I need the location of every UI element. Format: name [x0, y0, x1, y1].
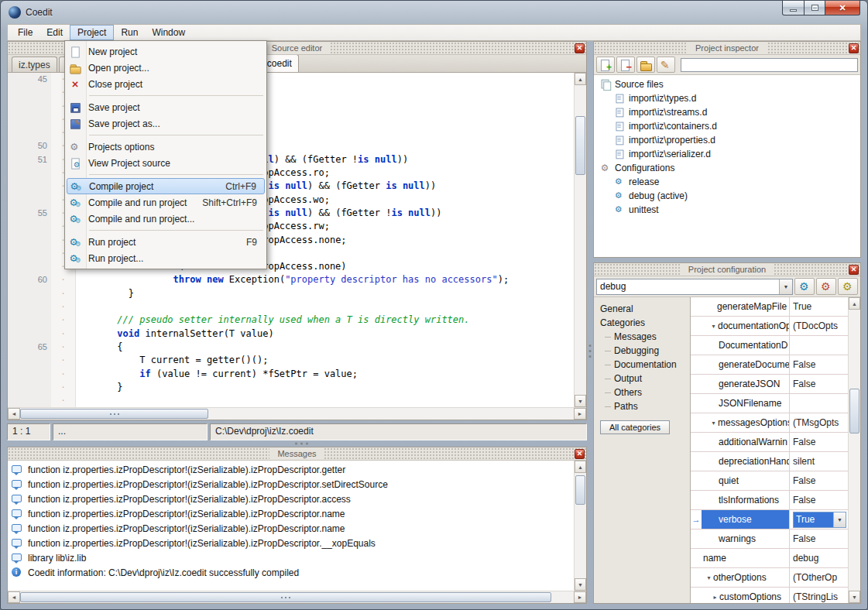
menubar-item-run[interactable]: Run [114, 25, 145, 40]
tree-item-unittest[interactable]: unittest [594, 203, 860, 217]
configuration-select[interactable]: debug ▼ [596, 279, 793, 295]
property-name[interactable]: warnings [702, 529, 790, 548]
menu-item-new-project[interactable]: New project [65, 43, 266, 60]
message-row[interactable]: function iz.properties.izPropDescriptor!… [8, 462, 574, 477]
menu-item-view-project-source[interactable]: View Project source [65, 155, 266, 171]
chevron-down-icon[interactable]: ▼ [779, 279, 792, 294]
tab-iz-types[interactable]: iz.types [12, 57, 57, 72]
property-value[interactable]: (TDocOpts [790, 317, 848, 335]
message-row[interactable]: function iz.properties.izPropDescriptor!… [8, 477, 574, 492]
title-bar[interactable]: Coedit ✕ [1, 1, 867, 24]
editor-vscroll-thumb[interactable] [575, 116, 585, 175]
property-value[interactable] [790, 394, 848, 413]
tree-item-import-iz-streams-d[interactable]: import\iz\streams.d [594, 105, 860, 119]
scroll-left-icon[interactable]: ◄ [8, 408, 20, 420]
category-documentation[interactable]: Documentation [600, 358, 690, 372]
expanded-arrow-icon[interactable]: ▾ [709, 323, 718, 330]
tree-item-import-iz-properties-d[interactable]: import\iz\properties.d [594, 133, 860, 147]
scroll-right-icon[interactable]: ► [574, 591, 586, 603]
messages-close-icon[interactable]: ✕ [575, 449, 585, 459]
property-name[interactable]: ▾otherOptions [702, 568, 790, 587]
editor-vertical-scrollbar[interactable]: ▲ ▼ [574, 73, 586, 407]
property-value[interactable]: silent [790, 452, 848, 471]
config-gear-olive-button[interactable] [838, 278, 858, 295]
property-name[interactable]: depreciationHand [702, 452, 790, 471]
tree-item-import-iz-serializer-d[interactable]: import\iz\serializer.d [594, 147, 860, 161]
messages-hscroll-thumb[interactable] [20, 592, 551, 602]
vertical-splitter[interactable] [587, 41, 593, 604]
category-others[interactable]: Others [600, 386, 690, 399]
horizontal-splitter[interactable] [7, 440, 587, 447]
message-row[interactable]: function iz.properties.izPropDescriptor!… [8, 536, 574, 550]
menu-item-run-project[interactable]: Run projectF9 [65, 234, 266, 250]
menu-item-compile-and-run-project[interactable]: Compile and run project... [65, 211, 266, 227]
edit-button[interactable] [657, 57, 675, 73]
menu-item-open-project[interactable]: Open project... [65, 60, 266, 76]
menu-item-run-project[interactable]: Run project... [65, 250, 266, 266]
property-name[interactable]: ▸customOptions [702, 588, 790, 603]
scroll-up-icon[interactable]: ▲ [575, 73, 586, 85]
property-name[interactable]: DocumentationD [702, 336, 790, 355]
close-button[interactable]: ✕ [825, 1, 860, 15]
project-inspector-close-icon[interactable]: ✕ [849, 43, 859, 53]
category-paths[interactable]: Paths [600, 399, 690, 413]
scroll-down-icon[interactable]: ▼ [575, 395, 586, 407]
property-name[interactable]: generateDocume [702, 355, 790, 374]
message-row[interactable]: function iz.properties.izPropDescriptor!… [8, 521, 574, 536]
property-value[interactable]: (TMsgOpts [790, 413, 848, 432]
property-value[interactable]: False [790, 375, 848, 393]
message-row[interactable]: function iz.properties.izPropDescriptor!… [8, 492, 574, 506]
scroll-up-icon[interactable]: ▲ [849, 297, 860, 310]
message-row[interactable]: function iz.properties.izPropDescriptor!… [8, 506, 574, 521]
property-value[interactable]: debug [790, 549, 848, 567]
tree-item-source-files[interactable]: Source files [594, 77, 860, 91]
source-editor-close-icon[interactable]: ✕ [575, 43, 585, 53]
menubar-item-project[interactable]: Project [70, 25, 114, 40]
property-value-dropdown[interactable]: True▼ [793, 512, 846, 528]
menu-item-save-project[interactable]: Save project [65, 99, 266, 115]
scroll-down-icon[interactable]: ▼ [849, 591, 860, 603]
property-name[interactable]: generateMapFile [702, 297, 790, 316]
menu-item-save-project-as[interactable]: Save project as... [65, 115, 266, 132]
property-value[interactable]: False [790, 491, 848, 509]
category-messages[interactable]: Messages [600, 330, 690, 344]
property-value[interactable]: False [790, 433, 848, 451]
property-value[interactable]: False [790, 529, 848, 548]
property-name[interactable]: ▾messagesOptions [702, 413, 790, 432]
project-configuration-close-icon[interactable]: ✕ [849, 265, 859, 275]
messages-horizontal-scrollbar[interactable]: ◄ ► [8, 591, 586, 603]
menu-item-close-project[interactable]: Close project [65, 76, 266, 92]
editor-horizontal-scrollbar[interactable]: ◄ ► [8, 407, 586, 420]
property-value[interactable]: False [790, 471, 848, 490]
category-categories[interactable]: Categories [600, 316, 690, 330]
property-name[interactable]: JSONFilename [702, 394, 790, 413]
property-value[interactable] [790, 336, 848, 355]
property-name[interactable]: tlsInformations [702, 491, 790, 509]
config-gear-red-button[interactable] [816, 278, 836, 295]
tree-item-configurations[interactable]: Configurations [594, 161, 860, 175]
collapsed-arrow-icon[interactable]: ▸ [711, 594, 719, 601]
property-name[interactable]: name [702, 549, 790, 567]
property-value[interactable]: (TOtherOp [790, 568, 848, 587]
expanded-arrow-icon[interactable]: ▾ [705, 574, 713, 581]
tree-item-release[interactable]: release [594, 175, 860, 189]
menubar-item-file[interactable]: File [11, 25, 39, 40]
maximize-button[interactable] [805, 1, 825, 15]
grid-vertical-scrollbar[interactable]: ▲ ▼ [848, 297, 860, 603]
chevron-down-icon[interactable]: ▼ [833, 512, 846, 527]
menubar-item-window[interactable]: Window [145, 25, 192, 40]
property-value[interactable]: False [790, 355, 848, 374]
grid-vscroll-thumb[interactable] [849, 389, 859, 434]
scroll-down-icon[interactable]: ▼ [575, 578, 586, 591]
property-name[interactable]: verbose [702, 510, 790, 529]
all-categories-button[interactable]: All categories [600, 420, 670, 434]
property-value[interactable]: (TStringLis [790, 588, 848, 603]
scroll-up-icon[interactable]: ▲ [575, 461, 586, 473]
category-debugging[interactable]: Debugging [600, 344, 690, 358]
property-value[interactable]: True▼ [790, 510, 848, 529]
tree-item-import-iz-types-d[interactable]: import\iz\types.d [594, 91, 860, 105]
property-name[interactable]: additionalWarnin [702, 433, 790, 451]
tree-item-import-iz-containers-d[interactable]: import\iz\containers.d [594, 119, 860, 133]
menu-item-compile-project[interactable]: Compile projectCtrl+F9 [67, 178, 265, 194]
folder-open-button[interactable] [636, 57, 655, 73]
